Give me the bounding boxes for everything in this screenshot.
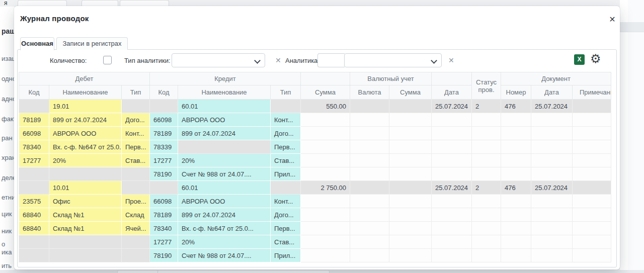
table-cell[interactable] [573,195,611,208]
table-cell[interactable]: 20% [178,154,271,167]
table-cell[interactable] [122,235,150,249]
table-cell[interactable] [472,195,501,208]
quantity-checkbox[interactable] [103,56,112,64]
table-cell[interactable] [531,249,573,262]
table-cell[interactable]: Склад №1 [49,222,122,235]
table-cell[interactable] [301,140,350,154]
table-cell[interactable] [432,249,472,262]
table-cell[interactable]: 25.07.2024 [432,100,472,113]
table-cell[interactable]: Склад [122,208,150,222]
table-cell[interactable] [389,181,432,195]
table-cell[interactable]: 20% [178,235,271,249]
table-cell[interactable] [350,154,389,167]
table-cell[interactable]: Конт... [122,127,150,140]
table-cell[interactable] [472,127,501,140]
table-cell[interactable] [432,113,472,127]
table-cell[interactable] [432,154,472,167]
table-cell[interactable] [389,154,432,167]
table-cell[interactable] [472,235,501,249]
table-cell[interactable]: 78340 [150,222,178,235]
table-cell[interactable]: Дого... [271,127,301,140]
table-cell[interactable]: 25.07.2024 [531,181,573,195]
table-cell[interactable] [301,249,350,262]
table-cell[interactable] [301,208,350,222]
table-cell[interactable]: 78190 [150,167,178,181]
table-cell[interactable] [389,208,432,222]
table-cell[interactable] [573,113,611,127]
table-cell[interactable] [531,235,573,249]
table-cell[interactable]: Прил... [271,167,301,181]
table-cell[interactable]: Прил... [271,249,301,262]
table-cell[interactable]: Перв... [271,140,301,154]
table-cell[interactable] [531,154,573,167]
table-cell[interactable]: Счет № 988 от 24.07.... [178,167,271,181]
table-cell[interactable]: Конт... [271,113,301,127]
table-cell[interactable] [350,208,389,222]
table-cell[interactable] [389,235,432,249]
table-cell[interactable] [432,195,472,208]
table-cell[interactable] [472,113,501,127]
table-cell[interactable] [19,235,49,249]
table-cell[interactable] [472,249,501,262]
table-cell[interactable] [573,100,611,113]
table-cell[interactable]: 25.07.2024 [432,181,472,195]
table-cell[interactable]: 25.07.2024 [531,100,573,113]
table-cell[interactable] [432,222,472,235]
table-cell[interactable] [49,235,122,249]
table-cell[interactable] [501,140,531,154]
table-cell[interactable] [472,167,501,181]
table-cell[interactable]: 78189 [150,208,178,222]
table-cell[interactable] [150,100,178,113]
table-cell[interactable] [301,235,350,249]
table-cell[interactable] [122,249,150,262]
table-cell[interactable]: Став... [271,154,301,167]
table-cell[interactable]: 2 750.00 [301,181,350,195]
table-cell[interactable]: Вх. с-ф. №647 от 25.0... [178,222,271,235]
table-cell[interactable] [19,100,49,113]
table-cell[interactable] [19,181,49,195]
table-cell[interactable] [301,195,350,208]
table-cell[interactable] [432,140,472,154]
table-cell[interactable]: Ячей... [122,222,150,235]
table-cell[interactable] [573,222,611,235]
table-cell[interactable] [350,249,389,262]
table-cell[interactable] [501,195,531,208]
table-cell[interactable]: 17277 [150,235,178,249]
table-cell[interactable]: 899 от 24.07.2024 [178,127,271,140]
table-cell[interactable] [350,113,389,127]
table-cell[interactable] [389,167,432,181]
table-cell[interactable] [573,235,611,249]
table-cell[interactable] [350,235,389,249]
table-cell[interactable] [350,167,389,181]
table-cell[interactable] [573,249,611,262]
table-cell[interactable]: 476 [501,181,531,195]
clear-analytics-type-icon[interactable]: ✕ [275,56,281,64]
table-cell[interactable]: 23575 [19,195,49,208]
table-cell[interactable] [389,195,432,208]
table-cell[interactable] [389,113,432,127]
table-cell[interactable] [350,195,389,208]
table-cell[interactable]: 66098 [150,113,178,127]
table-cell[interactable] [501,167,531,181]
table-cell[interactable] [501,113,531,127]
table-cell[interactable] [122,181,150,195]
table-cell[interactable] [573,127,611,140]
table-cell[interactable] [432,167,472,181]
table-cell[interactable] [389,222,432,235]
gear-icon[interactable]: ⚙ [590,53,601,65]
table-cell[interactable]: Перв... [271,222,301,235]
table-cell[interactable] [501,249,531,262]
table-cell[interactable] [472,140,501,154]
table-cell[interactable]: Офис [49,195,122,208]
table-cell[interactable] [432,127,472,140]
table-cell[interactable] [389,100,432,113]
table-cell[interactable]: 19.01 [49,100,122,113]
table-cell[interactable] [350,222,389,235]
table-cell[interactable] [350,181,389,195]
table-cell[interactable] [573,140,611,154]
table-cell[interactable] [389,249,432,262]
table-cell[interactable] [301,222,350,235]
table-cell[interactable]: Дого... [271,208,301,222]
table-cell[interactable]: 78189 [19,113,49,127]
table-cell[interactable] [531,195,573,208]
